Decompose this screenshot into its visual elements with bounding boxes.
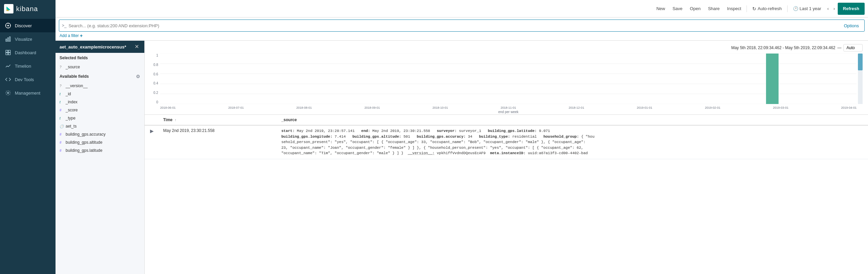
timelion-icon <box>5 63 11 69</box>
sidebar-item-visualize-label: Visualize <box>15 37 32 42</box>
field-type-index: t <box>60 100 64 104</box>
search-input[interactable] <box>69 23 839 28</box>
refresh-icon: ↻ <box>752 6 756 11</box>
refresh-button[interactable]: Refresh <box>838 3 865 15</box>
field-item-score[interactable]: # _score <box>56 106 144 114</box>
table-row: ▶ May 2nd 2019, 23:30:21.558 start: May … <box>145 125 868 159</box>
clock-icon: 🕐 <box>793 6 798 11</box>
expand-col-header <box>145 115 159 125</box>
x-tick-2: 2018-07-01 <box>228 106 244 110</box>
y-tick-02: 0.2 <box>153 91 158 95</box>
field-type-gps-latitude: # <box>60 149 64 152</box>
field-item-gps-accuracy[interactable]: # building_gps.accuracy <box>56 130 144 138</box>
sidebar-item-devtools[interactable]: Dev Tools <box>0 73 56 86</box>
interval-select[interactable]: Auto <box>843 44 863 52</box>
source-field-name: _source <box>66 65 80 69</box>
row-source: start: May 2nd 2019, 23:28:57.141 end: M… <box>281 129 594 155</box>
sidebar-item-discover[interactable]: Discover <box>0 19 56 32</box>
expand-row-button[interactable]: ▶ <box>149 128 155 134</box>
field-name-gps-latitude: building_gps.latitude <box>66 148 102 153</box>
field-name-type: _type <box>66 116 75 121</box>
save-button[interactable]: Save <box>669 4 686 13</box>
source-key-acc: building_gps.accuracy: <box>417 135 466 139</box>
field-type-type: t <box>60 117 64 120</box>
time-chevron-right[interactable]: › <box>831 5 837 12</box>
available-fields-gear-button[interactable]: ⚙ <box>136 74 140 79</box>
chart-scrollbar[interactable] <box>858 54 863 104</box>
field-item-gps-altitude[interactable]: # building_gps.altitude <box>56 138 144 146</box>
x-tick-11: 2019-04-01 <box>841 106 857 110</box>
source-key-end: end: <box>361 129 370 133</box>
auto-refresh-button[interactable]: ↻ Auto-refresh <box>749 4 785 13</box>
time-col-label: Time <box>163 118 173 122</box>
source-key-meta: meta.instanceID: <box>490 151 526 155</box>
search-prompt: >_ <box>62 23 67 28</box>
devtools-icon <box>5 76 11 83</box>
index-pattern-header: aet_auto_examplemicrocensus* ✕ <box>56 41 144 53</box>
sidebar-item-timelion-label: Timelion <box>15 64 31 69</box>
topbar: New Save Open Share Inspect ↻ Auto-refre… <box>56 0 868 18</box>
svg-rect-6 <box>6 39 7 41</box>
inspect-button[interactable]: Inspect <box>724 4 745 13</box>
svg-rect-11 <box>6 53 8 55</box>
source-col-header: _source <box>277 115 868 125</box>
x-tick-7: 2018-12-01 <box>568 106 584 110</box>
date-range-text: May 5th 2018, 22:09:34.462 - May 5th 201… <box>731 45 835 50</box>
field-item-version[interactable]: ? __version__ <box>56 82 144 90</box>
x-tick-3: 2018-08-01 <box>297 106 312 110</box>
sidebar-item-dashboard-label: Dashboard <box>15 50 36 55</box>
svg-point-13 <box>7 92 9 94</box>
selected-field-source[interactable]: ? _source <box>56 63 144 71</box>
main-content: New Save Open Share Inspect ↻ Auto-refre… <box>56 0 868 274</box>
share-button[interactable]: Share <box>705 4 723 13</box>
new-button[interactable]: New <box>653 4 669 13</box>
close-index-pattern-button[interactable]: ✕ <box>133 44 140 50</box>
sidebar-item-management[interactable]: Management <box>0 86 56 100</box>
body-layout: aet_auto_examplemicrocensus* ✕ Selected … <box>56 41 868 274</box>
field-name-gps-accuracy: building_gps.accuracy <box>66 132 106 137</box>
time-range-button[interactable]: 🕐 Last 1 year <box>789 4 825 13</box>
svg-rect-12 <box>8 53 10 55</box>
field-name-aet-ts: aet_ts <box>66 124 77 129</box>
field-name-gps-altitude: building_gps.altitude <box>66 140 102 145</box>
logo-area: kibana <box>0 0 56 18</box>
management-icon <box>5 90 11 96</box>
date-range-bar: May 5th 2018, 22:09:34.462 - May 5th 201… <box>150 44 863 52</box>
field-item-aet-ts[interactable]: 🕐 aet_ts <box>56 122 144 130</box>
y-tick-08: 0.8 <box>153 63 158 67</box>
field-name-version: __version__ <box>66 84 88 88</box>
discover-icon <box>5 22 11 29</box>
field-type-gps-altitude: # <box>60 141 64 144</box>
y-tick-06: 0.6 <box>153 72 158 76</box>
source-key-lat: building_gps.latitude: <box>488 129 537 133</box>
x-axis-label: end per week <box>160 110 857 114</box>
kibana-logo-box <box>4 4 13 13</box>
sidebar-item-devtools-label: Dev Tools <box>15 77 34 82</box>
field-item-id[interactable]: t _id <box>56 90 144 98</box>
row-time: May 2nd 2019, 23:30:21.558 <box>163 128 215 133</box>
chart-bar <box>766 54 778 104</box>
sidebar-item-timelion[interactable]: Timelion <box>0 59 56 73</box>
time-chevron-left[interactable]: ‹ <box>825 5 831 12</box>
sidebar-item-visualize[interactable]: Visualize <box>0 32 56 46</box>
topbar-divider-2 <box>787 5 787 12</box>
field-item-type[interactable]: t _type <box>56 114 144 122</box>
selected-fields-label: Selected fields <box>60 56 88 60</box>
source-key-lon: building_gps.longitude: <box>281 135 332 139</box>
add-filter-link[interactable]: Add a filter + <box>60 33 83 38</box>
field-type-gps-accuracy: # <box>60 133 64 136</box>
right-panel: May 5th 2018, 22:09:34.462 - May 5th 201… <box>145 41 868 274</box>
sidebar-item-management-label: Management <box>15 91 40 96</box>
sidebar-item-dashboard[interactable]: Dashboard <box>0 46 56 59</box>
x-tick-9: 2019-02-01 <box>705 106 720 110</box>
svg-rect-9 <box>6 50 8 52</box>
open-button[interactable]: Open <box>687 4 704 13</box>
search-options-button[interactable]: Options <box>841 22 862 30</box>
left-panel: aet_auto_examplemicrocensus* ✕ Selected … <box>56 41 145 274</box>
svg-rect-8 <box>9 37 10 41</box>
time-col-header[interactable]: Time ↑ <box>159 115 277 125</box>
field-item-gps-latitude[interactable]: # building_gps.latitude <box>56 146 144 154</box>
field-item-index[interactable]: t _index <box>56 98 144 106</box>
auto-refresh-label: Auto-refresh <box>758 6 782 11</box>
available-fields-label: Available fields <box>60 74 89 79</box>
